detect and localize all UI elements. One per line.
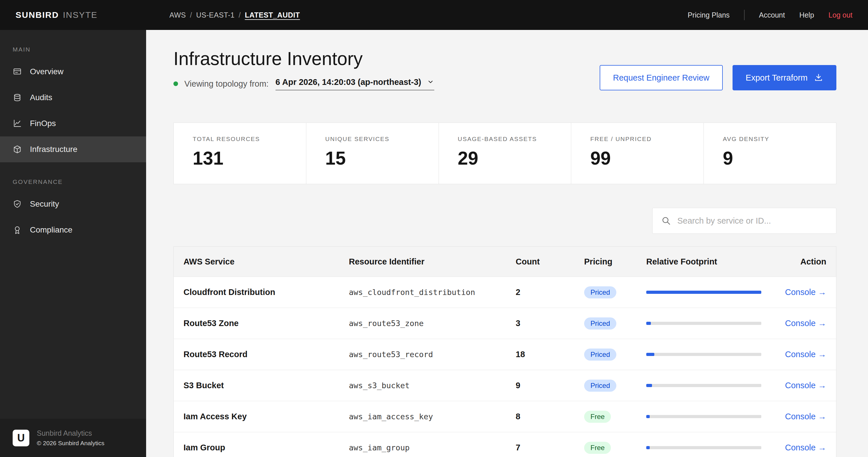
sidebar-item-security[interactable]: Security [0, 191, 146, 217]
brand-logo: SUNBIRD INSYTE [16, 10, 97, 20]
nav-divider [744, 10, 745, 20]
service-name: Iam Group [184, 443, 349, 452]
status-dot [174, 81, 178, 86]
main-content: Infrastructure Inventory Viewing topolog… [146, 30, 868, 457]
top-header: SUNBIRD INSYTE AWS / US-EAST-1 / LATEST_… [0, 0, 868, 30]
footprint-bar-fill [646, 322, 651, 325]
sidebar-item-label: Overview [30, 67, 64, 76]
overview-icon [13, 67, 22, 76]
pricing-badge: Free [584, 411, 611, 423]
table-row: S3 Bucket aws_s3_bucket 9 Priced Console… [174, 370, 836, 401]
database-icon [13, 93, 22, 102]
resource-count: 2 [516, 287, 584, 297]
stat-label: AVG DENSITY [723, 136, 836, 142]
brand-name-bold: SUNBIRD [16, 10, 59, 20]
resources-table: AWS Service Resource Identifier Count Pr… [174, 246, 836, 457]
pricing-badge: Priced [584, 348, 616, 361]
resource-count: 7 [516, 443, 584, 452]
stat-value: 99 [590, 148, 704, 169]
topology-select-value: 6 Apr 2026, 14:20:03 (ap-northeast-3) [276, 78, 421, 87]
breadcrumb-region: US-EAST-1 [196, 11, 235, 19]
download-icon [814, 73, 823, 82]
sidebar-footer: U Sunbird Analytics © 2026 Sunbird Analy… [0, 419, 146, 457]
resource-identifier: aws_route53_record [349, 350, 516, 359]
footprint-bar [646, 291, 761, 294]
stat-free-unpriced: FREE / UNPRICED 99 [571, 123, 704, 184]
col-header-count: Count [516, 257, 584, 266]
footprint-bar-fill [646, 291, 761, 294]
footer-copyright: © 2026 Sunbird Analytics [37, 440, 104, 447]
footprint-bar-fill [646, 446, 650, 449]
table-row: Iam Access Key aws_iam_access_key 8 Free… [174, 401, 836, 432]
sidebar-item-compliance[interactable]: Compliance [0, 217, 146, 243]
sidebar-item-label: Security [30, 199, 59, 209]
resource-identifier: aws_route53_zone [349, 319, 516, 328]
console-link[interactable]: Console → [785, 350, 826, 359]
stats-card: TOTAL RESOURCES 131 UNIQUE SERVICES 15 U… [174, 122, 836, 184]
breadcrumb-audit-link[interactable]: LATEST_AUDIT [245, 11, 300, 19]
resource-count: 9 [516, 381, 584, 390]
stat-value: 131 [193, 148, 306, 169]
sidebar-item-audits[interactable]: Audits [0, 85, 146, 111]
resource-count: 3 [516, 319, 584, 328]
sidebar-item-overview[interactable]: Overview [0, 59, 146, 85]
footprint-bar-fill [646, 353, 654, 356]
brand-name-light: INSYTE [63, 10, 97, 20]
footprint-bar [646, 384, 761, 387]
nav-pricing-plans[interactable]: Pricing Plans [688, 11, 730, 19]
col-header-service: AWS Service [184, 257, 349, 266]
service-name: Cloudfront Distribution [184, 287, 349, 297]
col-header-action: Action [779, 257, 826, 266]
sidebar-item-finops[interactable]: FinOps [0, 111, 146, 136]
chevron-down-icon [427, 78, 434, 86]
resource-identifier: aws_s3_bucket [349, 381, 516, 390]
footer-company-name: Sunbird Analytics [37, 429, 104, 437]
stat-unique-services: UNIQUE SERVICES 15 [306, 123, 439, 184]
console-link[interactable]: Console → [785, 412, 826, 421]
nav-help[interactable]: Help [799, 11, 814, 19]
table-row: Iam Group aws_iam_group 7 Free Console → [174, 432, 836, 457]
breadcrumb: AWS / US-EAST-1 / LATEST_AUDIT [169, 11, 300, 19]
service-name: S3 Bucket [184, 381, 349, 390]
search-row [174, 208, 836, 234]
sidebar-item-label: Compliance [30, 225, 72, 234]
table-header-row: AWS Service Resource Identifier Count Pr… [174, 247, 836, 277]
console-link[interactable]: Console → [785, 443, 826, 452]
stat-label: TOTAL RESOURCES [193, 136, 306, 142]
sidebar-item-label: FinOps [30, 119, 56, 128]
stat-usage-based-assets: USAGE-BASED ASSETS 29 [439, 123, 571, 184]
certificate-icon [13, 225, 22, 234]
footprint-bar-fill [646, 384, 652, 387]
console-link[interactable]: Console → [785, 287, 826, 297]
nav-account[interactable]: Account [759, 11, 785, 19]
resource-identifier: aws_iam_group [349, 443, 516, 452]
console-link[interactable]: Console → [785, 319, 826, 328]
request-engineer-review-button[interactable]: Request Engineer Review [600, 65, 722, 90]
footer-logo-mark: U [13, 430, 29, 446]
sidebar: MAIN Overview Audits FinOps Infrastructu… [0, 30, 146, 457]
resource-count: 18 [516, 350, 584, 359]
service-name: Iam Access Key [184, 412, 349, 421]
nav-log-out[interactable]: Log out [829, 11, 852, 19]
sidebar-item-infrastructure[interactable]: Infrastructure [0, 136, 146, 162]
topology-label: Viewing topology from: [184, 79, 269, 89]
console-link[interactable]: Console → [785, 381, 826, 390]
footprint-bar [646, 322, 761, 325]
stat-avg-density: AVG DENSITY 9 [704, 123, 836, 184]
breadcrumb-separator: / [239, 11, 241, 19]
table-row: Route53 Record aws_route53_record 18 Pri… [174, 339, 836, 370]
search-icon [661, 216, 671, 226]
search-input[interactable] [677, 216, 828, 226]
footprint-bar [646, 353, 761, 356]
stat-label: UNIQUE SERVICES [325, 136, 439, 142]
col-header-identifier: Resource Identifier [349, 257, 516, 266]
col-header-pricing: Pricing [584, 257, 646, 266]
breadcrumb-provider: AWS [169, 11, 186, 19]
export-terraform-button[interactable]: Export Terraform [733, 65, 836, 90]
table-row: Cloudfront Distribution aws_cloudfront_d… [174, 277, 836, 308]
footprint-bar-fill [646, 415, 650, 418]
resource-identifier: aws_cloudfront_distribution [349, 288, 516, 297]
pricing-badge: Priced [584, 379, 616, 392]
shield-icon [13, 199, 22, 209]
topology-select[interactable]: 6 Apr 2026, 14:20:03 (ap-northeast-3) [276, 78, 435, 90]
